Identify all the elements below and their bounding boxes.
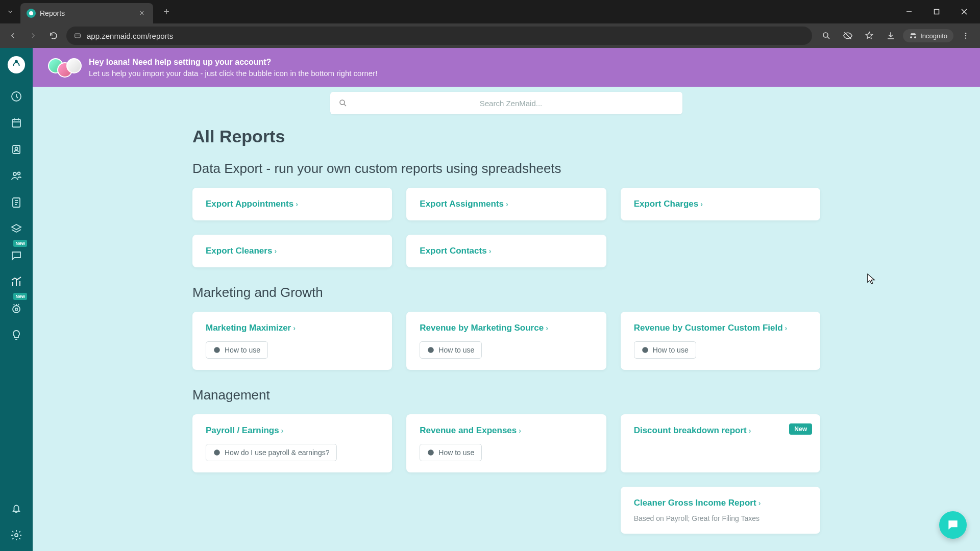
search-input[interactable] (348, 99, 674, 108)
howto-button[interactable]: How to use (420, 444, 482, 461)
card-export-contacts: Export Contacts › (406, 235, 606, 267)
export-grid: Export Appointments › Export Assignments… (192, 188, 820, 267)
howto-button[interactable]: How to use (634, 341, 696, 359)
card-marketing-maximizer: Marketing Maximizer › How to use (192, 312, 392, 370)
new-tab-button[interactable]: + (159, 5, 174, 19)
calendar-icon[interactable] (8, 114, 25, 132)
svg-point-7 (823, 33, 828, 37)
revenue-marketing-source-link[interactable]: Revenue by Marketing Source › (420, 323, 548, 333)
svg-rect-2 (935, 10, 939, 14)
templates-icon[interactable] (8, 220, 25, 238)
customers-icon[interactable] (8, 141, 25, 158)
marketing-maximizer-link[interactable]: Marketing Maximizer › (206, 323, 296, 333)
info-icon (213, 449, 220, 456)
eye-off-icon[interactable] (839, 27, 857, 45)
chat-icon (946, 518, 960, 532)
banner-subtitle: Let us help you import your data - just … (89, 69, 377, 78)
close-window-icon[interactable] (952, 4, 976, 20)
close-tab-icon[interactable]: × (137, 8, 147, 18)
banner-title: Hey Ioana! Need help setting up your acc… (89, 58, 377, 67)
export-contacts-link[interactable]: Export Contacts › (420, 246, 491, 256)
chevron-right-icon: › (519, 427, 521, 435)
nav-bar: app.zenmaid.com/reports Incognito (0, 23, 980, 48)
svg-point-35 (340, 100, 345, 105)
marketplace-icon[interactable]: New (8, 300, 25, 317)
svg-line-8 (827, 37, 829, 39)
url-text: app.zenmaid.com/reports (87, 32, 805, 40)
forward-icon[interactable] (26, 28, 41, 43)
site-settings-icon[interactable] (74, 32, 82, 40)
browser-tab[interactable]: Reports × (20, 3, 153, 23)
page: New New Hey Ioana! Need help setting up … (0, 48, 980, 551)
section-heading-marketing: Marketing and Growth (192, 285, 820, 300)
search-wrap (33, 87, 980, 121)
svg-point-10 (965, 35, 966, 36)
notifications-icon[interactable] (8, 500, 25, 517)
howto-button[interactable]: How to use (206, 341, 268, 359)
reload-icon[interactable] (46, 28, 61, 43)
svg-point-22 (18, 172, 20, 175)
howto-button[interactable]: How to use (420, 341, 482, 359)
maximize-icon[interactable] (925, 4, 948, 20)
svg-point-21 (13, 172, 16, 176)
help-banner: Hey Ioana! Need help setting up your acc… (33, 48, 980, 87)
chat-bubble-button[interactable] (939, 511, 967, 539)
tabs-dropdown-icon[interactable] (4, 6, 16, 18)
export-appointments-link[interactable]: Export Appointments › (206, 199, 298, 209)
card-discount-breakdown: New Discount breakdown report › (621, 414, 820, 472)
card-export-cleaners: Export Cleaners › (192, 235, 392, 267)
main-area: Hey Ioana! Need help setting up your acc… (33, 48, 980, 551)
menu-icon[interactable] (957, 27, 975, 45)
card-payroll: Payroll / Earnings › How do I use payrol… (192, 414, 392, 472)
invoice-icon[interactable] (8, 194, 25, 211)
search-page-icon[interactable] (817, 27, 836, 45)
download-icon[interactable] (881, 27, 900, 45)
marketing-grid: Marketing Maximizer › How to use Revenue… (192, 312, 820, 370)
svg-point-11 (965, 37, 966, 38)
chat-icon[interactable]: New (8, 247, 25, 264)
svg-rect-5 (75, 34, 81, 38)
minimize-icon[interactable] (897, 4, 921, 20)
incognito-label: Incognito (920, 32, 947, 40)
cleaners-icon[interactable] (8, 167, 25, 185)
management-grid: Payroll / Earnings › How do I use payrol… (192, 414, 820, 534)
new-tag: New (789, 423, 812, 435)
section-heading-management: Management (192, 387, 820, 403)
svg-point-41 (428, 449, 434, 456)
discount-breakdown-link[interactable]: Discount breakdown report › (634, 425, 751, 436)
banner-avatars (48, 56, 79, 79)
revenue-customer-field-link[interactable]: Revenue by Customer Custom Field › (634, 323, 788, 333)
content: All Reports Data Export - run your own c… (177, 121, 836, 551)
search-icon (338, 98, 348, 108)
export-assignments-link[interactable]: Export Assignments › (420, 199, 508, 209)
card-export-assignments: Export Assignments › (406, 188, 606, 220)
chevron-right-icon: › (293, 324, 296, 332)
back-icon[interactable] (5, 28, 20, 43)
reports-icon[interactable] (8, 273, 25, 291)
export-charges-link[interactable]: Export Charges › (634, 199, 703, 209)
cleaner-gross-income-link[interactable]: Cleaner Gross Income Report › (634, 498, 761, 508)
incognito-badge[interactable]: Incognito (903, 29, 953, 42)
search-box[interactable] (330, 92, 682, 114)
app-logo[interactable] (7, 55, 26, 74)
payroll-link[interactable]: Payroll / Earnings › (206, 425, 283, 436)
howto-button[interactable]: How do I use payroll & earnings? (206, 444, 337, 461)
svg-point-13 (15, 60, 18, 63)
settings-icon[interactable] (8, 527, 25, 544)
url-bar[interactable]: app.zenmaid.com/reports (66, 27, 812, 45)
card-cleaner-gross-income: Cleaner Gross Income Report › Based on P… (621, 487, 820, 534)
chevron-right-icon: › (785, 324, 788, 332)
svg-point-30 (13, 306, 20, 313)
bookmark-star-icon[interactable] (860, 27, 878, 45)
dashboard-icon[interactable] (8, 88, 25, 105)
export-cleaners-link[interactable]: Export Cleaners › (206, 246, 277, 256)
chevron-right-icon: › (489, 247, 492, 255)
chevron-right-icon: › (700, 200, 703, 208)
svg-point-39 (642, 347, 648, 353)
svg-point-20 (15, 147, 18, 150)
revenue-expenses-link[interactable]: Revenue and Expenses › (420, 425, 521, 436)
tips-icon[interactable] (8, 327, 25, 344)
card-revenue-marketing-source: Revenue by Marketing Source › How to use (406, 312, 606, 370)
sidebar: New New (0, 48, 33, 551)
chevron-right-icon: › (546, 324, 548, 332)
